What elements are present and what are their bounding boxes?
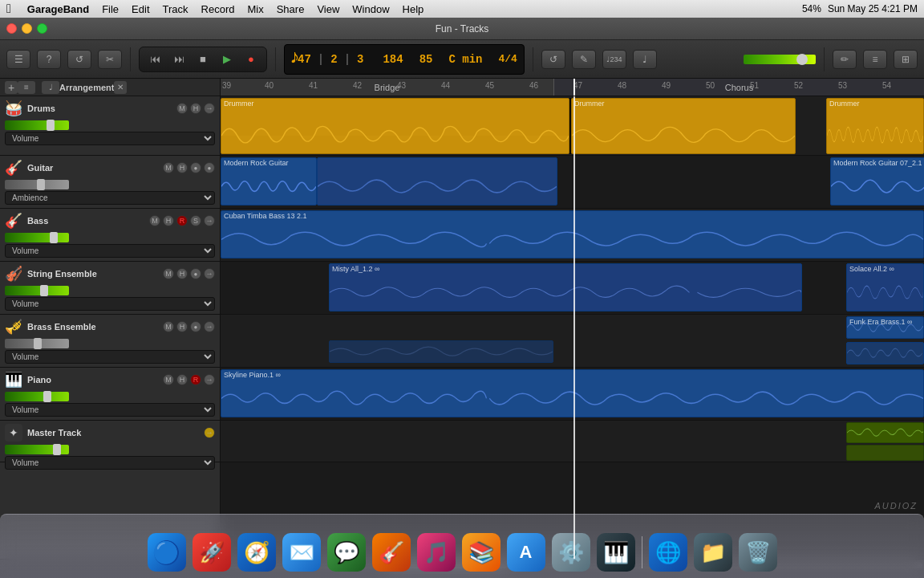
strings-dot-btn[interactable]: ● — [190, 268, 201, 279]
minimize-button[interactable]: – — [22, 23, 32, 34]
dock-garageband[interactable]: 🎸 — [372, 533, 411, 572]
track-view-button[interactable]: ≡ — [18, 81, 35, 94]
dock-safari[interactable]: 🧭 — [237, 533, 276, 572]
brass-volume-slider[interactable] — [5, 339, 69, 348]
brass-clip-2[interactable] — [846, 342, 924, 364]
arrangement-close[interactable]: ✕ — [114, 81, 127, 94]
stop-button[interactable]: ■ — [192, 51, 213, 68]
piano-volume-slider[interactable] — [5, 392, 69, 401]
drums-clip-3[interactable]: Drummer — [571, 98, 796, 154]
drums-clip-4[interactable]: Drummer — [826, 98, 924, 154]
add-track-button[interactable]: + — [5, 81, 18, 94]
guitar-clip-3[interactable]: Modern Rock Guitar 07_2.1 ∞ — [830, 157, 924, 206]
brass-clip-1[interactable]: Funk Era Brass.1 ∞ — [846, 316, 924, 339]
master-volume-thumb[interactable] — [53, 444, 61, 455]
piano-record-btn[interactable]: R — [190, 374, 201, 385]
menu-mix[interactable]: Mix — [247, 3, 263, 15]
metronome-button[interactable]: ♩ — [633, 50, 657, 69]
guitar-clip-2[interactable] — [317, 157, 557, 206]
menu-help[interactable]: Help — [403, 3, 424, 15]
piano-plugin-selector[interactable]: Volume — [5, 403, 215, 417]
guitar-plugin-selector[interactable]: Ambience — [5, 191, 215, 205]
dock-launchpad[interactable]: 🚀 — [192, 533, 231, 572]
brass-clip-small[interactable] — [329, 340, 553, 363]
dock-messages[interactable]: 💬 — [327, 533, 366, 572]
menu-view[interactable]: View — [317, 3, 339, 15]
dock-itunes[interactable]: 🎵 — [417, 533, 456, 572]
master-volume-knob[interactable] — [796, 54, 808, 65]
bass-smart-btn[interactable]: S — [190, 215, 201, 226]
menu-track[interactable]: Track — [163, 3, 188, 15]
dock-stacks[interactable]: 📁 — [694, 533, 732, 572]
cycle-button[interactable]: ↺ — [541, 50, 565, 69]
bass-headphone-btn[interactable]: H — [163, 215, 174, 226]
playhead-marker[interactable] — [573, 79, 575, 96]
dock-sysprefs[interactable]: ⚙️ — [552, 533, 590, 572]
strings-clip-1[interactable]: Misty All_1.2 ∞ — [329, 263, 802, 311]
dock-piano[interactable]: 🎹 — [597, 533, 635, 572]
guitar-headphone-btn[interactable]: H — [176, 162, 188, 173]
strings-headphone-btn[interactable]: H — [176, 268, 188, 279]
brass-extra-btn[interactable]: → — [204, 321, 215, 332]
strings-volume-slider[interactable] — [5, 286, 69, 295]
dock-finder[interactable]: 🔵 — [148, 533, 186, 572]
mixer-button[interactable]: ≡ — [863, 50, 887, 69]
master-volume-bar[interactable] — [744, 55, 816, 64]
dock-appstore[interactable]: A — [507, 533, 545, 572]
brass-volume-thumb[interactable] — [34, 338, 42, 349]
piano-extra-btn[interactable]: → — [204, 374, 215, 385]
midi-view-button[interactable]: ♩ — [42, 81, 59, 94]
drums-extra-btn[interactable]: → — [204, 103, 215, 114]
drums-headphone-btn[interactable]: H — [190, 103, 201, 114]
strings-extra-btn[interactable]: → — [204, 268, 215, 279]
piano-volume-thumb[interactable] — [43, 391, 51, 402]
browse-button[interactable]: ☰ — [6, 50, 30, 69]
tuner-button[interactable]: ♩234 — [602, 50, 626, 69]
play-button[interactable]: ▶ — [217, 51, 237, 68]
menu-share[interactable]: Share — [277, 3, 305, 15]
menu-garageband[interactable]: GarageBand — [27, 3, 89, 15]
bass-volume-thumb[interactable] — [50, 232, 58, 243]
bass-record-btn[interactable]: R — [176, 215, 188, 226]
help-button[interactable]: ? — [37, 50, 61, 69]
scissors-button[interactable]: ✂ — [98, 50, 122, 69]
guitar-clip-1[interactable]: Modern Rock Guitar — [221, 157, 317, 206]
close-button[interactable]: ✕ — [6, 23, 17, 34]
apple-menu[interactable]:  — [6, 2, 11, 16]
guitar-mute-btn[interactable]: M — [163, 162, 174, 173]
bass-mute-btn[interactable]: M — [149, 215, 160, 226]
dock-mail[interactable]: ✉️ — [282, 533, 321, 572]
drums-volume-slider[interactable] — [5, 120, 69, 130]
editor-button[interactable]: ✏ — [833, 50, 857, 69]
guitar-volume-thumb[interactable] — [37, 179, 45, 190]
drums-mute-btn[interactable]: M — [176, 103, 188, 114]
brass-dot-btn[interactable]: ● — [190, 321, 201, 332]
drums-volume-thumb[interactable] — [47, 120, 55, 131]
piano-clip-1[interactable]: Skyline Piano.1 ∞ — [221, 369, 924, 417]
piano-mute-btn[interactable]: M — [163, 374, 174, 385]
strings-volume-thumb[interactable] — [40, 285, 48, 296]
drums-clip-1[interactable]: Drummer — [221, 98, 569, 154]
bass-clip-1[interactable]: Cuban Timba Bass 13 2.1 — [221, 210, 924, 258]
master-extra-btn[interactable]: → — [204, 427, 215, 438]
menu-edit[interactable]: Edit — [132, 3, 149, 15]
strings-plugin-selector[interactable]: Volume — [5, 297, 215, 311]
guitar-volume-slider[interactable] — [5, 180, 69, 189]
loop-button[interactable]: ↺ — [67, 50, 91, 69]
smart-controls-button[interactable]: ⊞ — [894, 50, 918, 69]
strings-mute-btn[interactable]: M — [163, 268, 174, 279]
record-button[interactable]: ● — [241, 51, 261, 68]
master-clip-1[interactable] — [846, 422, 924, 443]
menu-file[interactable]: File — [102, 3, 119, 15]
menu-record[interactable]: Record — [201, 3, 235, 15]
pencil-button[interactable]: ✎ — [572, 50, 596, 69]
fast-forward-button[interactable]: ⏭ — [168, 51, 189, 68]
bass-volume-slider[interactable] — [5, 233, 69, 242]
maximize-button[interactable]: + — [37, 23, 47, 34]
bass-plugin-selector[interactable]: Volume — [5, 244, 215, 258]
dock-network[interactable]: 🌐 — [649, 533, 687, 572]
rewind-button[interactable]: ⏮ — [144, 51, 165, 68]
guitar-dot2-btn[interactable]: ● — [204, 162, 215, 173]
dock-ibooks[interactable]: 📚 — [462, 533, 500, 572]
master-clip-2[interactable] — [846, 445, 924, 461]
